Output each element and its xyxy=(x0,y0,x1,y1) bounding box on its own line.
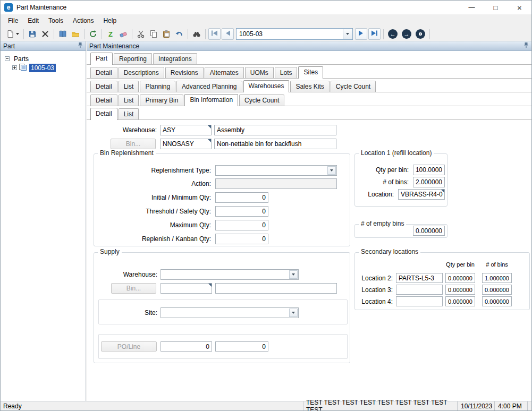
location4-bins-field[interactable]: 0.000000 xyxy=(482,296,512,306)
replenishment-type-combobox[interactable] xyxy=(215,165,337,176)
tab-reporting[interactable]: Reporting xyxy=(114,53,152,64)
supply-bin-description-field[interactable] xyxy=(215,283,337,294)
tab-bin-list[interactable]: List xyxy=(119,108,139,119)
pin-icon[interactable] xyxy=(523,42,529,50)
tab-warehouses-cycle-count[interactable]: Cycle Count xyxy=(239,95,284,106)
close-button[interactable]: × xyxy=(508,1,531,14)
tab-part[interactable]: Part xyxy=(90,53,113,65)
tab-revisions[interactable]: Revisions xyxy=(165,67,204,78)
current-record-button[interactable] xyxy=(416,29,425,39)
tab-warehouses-detail[interactable]: Detail xyxy=(90,95,117,106)
pin-icon[interactable] xyxy=(78,42,83,50)
menu-help[interactable]: Help xyxy=(98,15,121,27)
tab-descriptions[interactable]: Descriptions xyxy=(119,67,164,78)
location2-qty-field[interactable]: 0.000000 xyxy=(445,273,475,283)
back-button[interactable]: ← xyxy=(388,29,398,39)
bin-description-field[interactable]: Non-nettable bin for backflush xyxy=(214,139,336,149)
site-combobox[interactable] xyxy=(161,307,299,318)
nav-first-button[interactable] xyxy=(208,28,221,40)
chevron-down-icon xyxy=(292,273,295,276)
forward-button[interactable]: → xyxy=(402,29,411,39)
supply-warehouse-combobox[interactable] xyxy=(161,269,299,280)
site-dropdown[interactable] xyxy=(289,309,298,317)
warehouse-description-field[interactable]: Assembly xyxy=(214,125,336,135)
tab-sites-detail[interactable]: Detail xyxy=(90,81,117,92)
part-tree-panel: Part Parts 1005-03 xyxy=(1,41,86,401)
tab-bin-detail[interactable]: Detail xyxy=(90,108,117,120)
num-bins-field[interactable]: 2.000000 xyxy=(413,177,445,187)
record-combobox[interactable]: 1005-03 xyxy=(236,28,353,40)
undo-button[interactable] xyxy=(173,28,185,40)
tab-sites-cycle-count[interactable]: Cycle Count xyxy=(331,81,376,92)
collapse-icon[interactable] xyxy=(5,56,10,61)
maximum-qty-field[interactable]: 0 xyxy=(215,220,268,230)
po-line-button[interactable]: PO/Line xyxy=(101,341,157,352)
paste-button[interactable] xyxy=(160,28,173,40)
copy-button[interactable] xyxy=(147,28,160,40)
cut-button[interactable] xyxy=(134,28,147,40)
save-button[interactable] xyxy=(26,28,39,40)
supply-bin-button[interactable]: Bin... xyxy=(111,283,156,294)
menu-edit[interactable]: Edit xyxy=(23,15,44,27)
supply-bin-code-field[interactable] xyxy=(161,283,212,294)
nav-prev-button[interactable] xyxy=(222,28,234,40)
location3-qty-field[interactable]: 0.000000 xyxy=(445,285,475,295)
nav-next-button[interactable] xyxy=(355,28,367,40)
tab-sites[interactable]: Sites xyxy=(298,66,323,79)
tab-uoms[interactable]: UOMs xyxy=(245,67,274,78)
clear-button[interactable]: Z xyxy=(104,28,117,40)
supply-warehouse-dropdown[interactable] xyxy=(289,270,298,279)
refresh-button[interactable] xyxy=(87,28,99,40)
tab-advanced-planning[interactable]: Advanced Planning xyxy=(176,81,242,92)
expand-icon[interactable] xyxy=(12,65,17,70)
tree-node-part-label[interactable]: 1005-03 xyxy=(29,64,56,72)
tree-node-parts-label[interactable]: Parts xyxy=(12,55,30,63)
location-field[interactable]: VBRASS-R4-0 xyxy=(398,189,445,200)
bin-code-field[interactable]: NNOSASY xyxy=(160,139,212,149)
search-button[interactable] xyxy=(190,28,203,40)
tab-primary-bin[interactable]: Primary Bin xyxy=(140,95,183,106)
tab-planning[interactable]: Planning xyxy=(140,81,175,92)
bin-button[interactable]: Bin... xyxy=(111,139,156,149)
tree-node-parts[interactable]: Parts xyxy=(1,54,86,63)
po-line-field[interactable]: 0 xyxy=(215,341,268,352)
new-dropdown-caret-icon[interactable] xyxy=(16,33,19,35)
empty-bins-field[interactable]: 0.000000 xyxy=(413,226,445,236)
qty-per-bin-field[interactable]: 100.0000 xyxy=(413,165,445,175)
record-combobox-dropdown[interactable] xyxy=(343,29,352,39)
menu-tools[interactable]: Tools xyxy=(44,15,68,27)
tab-sales-kits[interactable]: Sales Kits xyxy=(290,81,329,92)
tab-warehouses-list[interactable]: List xyxy=(119,95,139,106)
replenishment-type-dropdown[interactable] xyxy=(327,166,336,175)
nav-last-button[interactable] xyxy=(368,28,381,40)
location4-qty-field[interactable]: 0.000000 xyxy=(445,296,475,306)
tab-part-detail[interactable]: Detail xyxy=(90,67,117,78)
tab-sites-list[interactable]: List xyxy=(119,81,139,92)
tab-lots[interactable]: Lots xyxy=(275,67,298,78)
eraser-button[interactable] xyxy=(117,28,130,40)
location2-field[interactable]: PARTS-L5-3 xyxy=(396,273,443,283)
menu-file[interactable]: File xyxy=(3,15,23,27)
tab-warehouses[interactable]: Warehouses xyxy=(243,80,290,92)
po-number-field[interactable]: 0 xyxy=(161,341,212,352)
print-preview-button[interactable] xyxy=(56,28,69,40)
maximize-button[interactable]: □ xyxy=(484,1,508,14)
location3-bins-field[interactable]: 0.000000 xyxy=(482,285,512,295)
tab-bin-information[interactable]: Bin Information xyxy=(184,94,238,106)
menu-actions[interactable]: Actions xyxy=(68,15,98,27)
tab-integrations[interactable]: Integrations xyxy=(153,53,197,64)
initial-minimum-qty-field[interactable]: 0 xyxy=(215,192,268,203)
tree-node-part-1005-03[interactable]: 1005-03 xyxy=(1,63,86,72)
main-panel: Part Maintenance Part Reporting Integrat… xyxy=(87,41,531,401)
attachments-button[interactable] xyxy=(69,28,82,40)
location3-field[interactable] xyxy=(396,285,443,295)
new-button[interactable] xyxy=(3,28,21,40)
warehouse-code-field[interactable]: ASY xyxy=(160,125,212,135)
replenish-kanban-qty-field[interactable]: 0 xyxy=(215,234,268,244)
tab-alternates[interactable]: Alternates xyxy=(205,67,244,78)
delete-button[interactable] xyxy=(39,28,52,40)
threshold-safety-qty-field[interactable]: 0 xyxy=(215,206,268,217)
location4-field[interactable] xyxy=(396,296,443,306)
minimize-button[interactable]: — xyxy=(460,1,484,14)
location2-bins-field[interactable]: 1.000000 xyxy=(482,273,512,283)
